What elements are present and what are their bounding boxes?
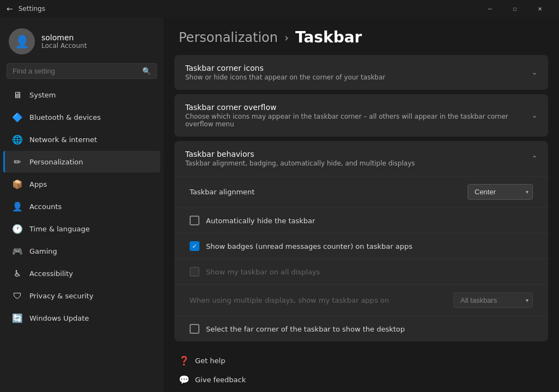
auto-hide-checkbox[interactable] xyxy=(190,216,199,225)
alignment-label: Taskbar alignment xyxy=(190,188,461,196)
sidebar-item-gaming[interactable]: 🎮 Gaming xyxy=(3,240,160,262)
section-row-taskbar-corner-icons[interactable]: Taskbar corner icons Show or hide icons … xyxy=(174,55,548,90)
alignment-select[interactable]: Center Left xyxy=(467,184,533,200)
behaviors-title: Taskbar behaviors xyxy=(185,150,415,158)
back-button[interactable]: ← xyxy=(7,4,13,13)
show-badges-label: Show badges (unread messages counter) on… xyxy=(206,242,533,250)
section-chevron-taskbar-corner-overflow: ⌄ xyxy=(532,112,537,119)
sidebar-item-label-system: System xyxy=(29,91,56,99)
alignment-dropdown-wrapper[interactable]: Center Left ▾ xyxy=(467,184,533,200)
sidebar-item-update[interactable]: 🔄 Windows Update xyxy=(3,307,160,329)
search-icon: 🔍 xyxy=(142,67,151,75)
titlebar: ← Settings ─ □ ✕ xyxy=(0,0,559,17)
accounts-icon: 👤 xyxy=(12,201,23,212)
all-displays-row: Show my taskbar on all displays xyxy=(174,259,548,285)
far-corner-checkbox[interactable] xyxy=(190,324,199,334)
app-body: 👤 solomen Local Account 🔍 🖥 System 🔷 Blu… xyxy=(0,17,559,392)
breadcrumb-parent: Personalization xyxy=(179,30,278,45)
taskbar-behaviors-header[interactable]: Taskbar behaviors Taskbar alignment, bad… xyxy=(174,141,548,176)
accessibility-icon: ♿ xyxy=(12,268,23,279)
multiple-displays-label: When using multiple displays, show my ta… xyxy=(190,296,447,304)
sidebar-item-label-gaming: Gaming xyxy=(29,247,57,255)
far-corner-row: Select the far corner of the taskbar to … xyxy=(174,316,548,341)
minimize-button[interactable]: ─ xyxy=(477,0,502,17)
behaviors-content: Taskbar alignment Center Left ▾ Automati… xyxy=(174,176,548,341)
sidebar-item-label-personalization: Personalization xyxy=(29,158,83,166)
username: solomen xyxy=(41,33,87,42)
sidebar-item-label-bluetooth: Bluetooth & devices xyxy=(29,113,101,121)
privacy-icon: 🛡 xyxy=(12,290,23,301)
apps-icon: 📦 xyxy=(12,179,23,189)
section-chevron-taskbar-corner-icons: ⌄ xyxy=(532,69,537,76)
section-row-taskbar-corner-overflow[interactable]: Taskbar corner overflow Choose which ico… xyxy=(174,94,548,137)
account-type: Local Account xyxy=(41,42,87,50)
section-desc-taskbar-corner-icons: Show or hide icons that appear on the co… xyxy=(185,74,385,81)
system-icon: 🖥 xyxy=(12,89,23,100)
maximize-button[interactable]: □ xyxy=(502,0,527,17)
user-info: solomen Local Account xyxy=(41,33,87,50)
multiple-displays-row: When using multiple displays, show my ta… xyxy=(174,285,548,316)
breadcrumb-separator: › xyxy=(284,31,289,44)
give-feedback-label: Give feedback xyxy=(195,376,246,384)
sidebar-item-label-time: Time & language xyxy=(29,225,90,233)
bluetooth-icon: 🔷 xyxy=(12,112,23,122)
get-help-link[interactable]: ❓ Get help xyxy=(174,352,559,369)
network-icon: 🌐 xyxy=(12,134,23,145)
nav-container: 🖥 System 🔷 Bluetooth & devices 🌐 Network… xyxy=(0,83,163,329)
sidebar: 👤 solomen Local Account 🔍 🖥 System 🔷 Blu… xyxy=(0,17,163,392)
titlebar-title: Settings xyxy=(19,5,477,13)
content-area: Personalization › Taskbar Taskbar corner… xyxy=(163,17,559,392)
auto-hide-label: Automatically hide the taskbar xyxy=(206,217,533,225)
gaming-icon: 🎮 xyxy=(12,246,23,256)
section-title-taskbar-corner-icons: Taskbar corner icons xyxy=(185,64,385,72)
sidebar-item-label-apps: Apps xyxy=(29,180,47,188)
time-icon: 🕐 xyxy=(12,223,23,234)
close-button[interactable]: ✕ xyxy=(527,0,552,17)
avatar: 👤 xyxy=(9,28,35,54)
user-profile: 👤 solomen Local Account xyxy=(0,17,163,63)
search-box[interactable]: 🔍 xyxy=(7,63,157,79)
personalization-icon: ✏️ xyxy=(12,156,23,167)
show-badges-row: Show badges (unread messages counter) on… xyxy=(174,234,548,259)
behaviors-desc: Taskbar alignment, badging, automaticall… xyxy=(185,160,415,167)
sidebar-item-personalization[interactable]: ✏️ Personalization xyxy=(3,151,160,173)
sidebar-item-accounts[interactable]: 👤 Accounts xyxy=(3,195,160,217)
window-controls: ─ □ ✕ xyxy=(477,0,552,17)
taskbar-behaviors-section: Taskbar behaviors Taskbar alignment, bad… xyxy=(174,141,548,341)
sidebar-item-label-network: Network & internet xyxy=(29,136,97,144)
multiple-displays-select[interactable]: All taskbars Main taskbar only xyxy=(453,292,533,308)
update-icon: 🔄 xyxy=(12,313,23,323)
sidebar-item-bluetooth[interactable]: 🔷 Bluetooth & devices xyxy=(3,106,160,128)
section-title-taskbar-corner-overflow: Taskbar corner overflow xyxy=(185,103,532,112)
behaviors-chevron: ⌃ xyxy=(532,155,537,162)
sidebar-item-time[interactable]: 🕐 Time & language xyxy=(3,218,160,240)
sidebar-item-label-accessibility: Accessibility xyxy=(29,270,73,278)
sidebar-item-network[interactable]: 🌐 Network & internet xyxy=(3,128,160,150)
section-taskbar-corner-overflow: Taskbar corner overflow Choose which ico… xyxy=(174,94,548,137)
collapsed-sections: Taskbar corner icons Show or hide icons … xyxy=(163,55,559,137)
give-feedback-link[interactable]: 💬 Give feedback xyxy=(174,371,559,388)
breadcrumb-current: Taskbar xyxy=(295,28,362,46)
section-taskbar-corner-icons: Taskbar corner icons Show or hide icons … xyxy=(174,55,548,90)
search-input[interactable] xyxy=(13,67,138,75)
sidebar-item-accessibility[interactable]: ♿ Accessibility xyxy=(3,262,160,284)
multiple-displays-dropdown-wrapper[interactable]: All taskbars Main taskbar only ▾ xyxy=(453,292,533,308)
get-help-label: Get help xyxy=(195,357,225,365)
section-desc-taskbar-corner-overflow: Choose which icons may appear in the tas… xyxy=(185,113,532,128)
page-header: Personalization › Taskbar xyxy=(163,17,559,55)
sidebar-item-apps[interactable]: 📦 Apps xyxy=(3,173,160,195)
help-icon: ❓ xyxy=(179,356,190,366)
all-displays-label: Show my taskbar on all displays xyxy=(206,268,533,276)
auto-hide-row: Automatically hide the taskbar xyxy=(174,208,548,234)
footer: ❓ Get help 💬 Give feedback xyxy=(163,346,559,392)
far-corner-label: Select the far corner of the taskbar to … xyxy=(206,325,533,333)
all-displays-checkbox[interactable] xyxy=(190,267,199,277)
sidebar-item-label-accounts: Accounts xyxy=(29,203,62,211)
alignment-row: Taskbar alignment Center Left ▾ xyxy=(174,176,548,208)
sidebar-item-label-privacy: Privacy & security xyxy=(29,292,93,300)
sidebar-item-system[interactable]: 🖥 System xyxy=(3,84,160,106)
feedback-icon: 💬 xyxy=(179,375,190,385)
sidebar-item-label-update: Windows Update xyxy=(29,314,89,322)
sidebar-item-privacy[interactable]: 🛡 Privacy & security xyxy=(3,285,160,307)
show-badges-checkbox[interactable] xyxy=(190,241,199,251)
